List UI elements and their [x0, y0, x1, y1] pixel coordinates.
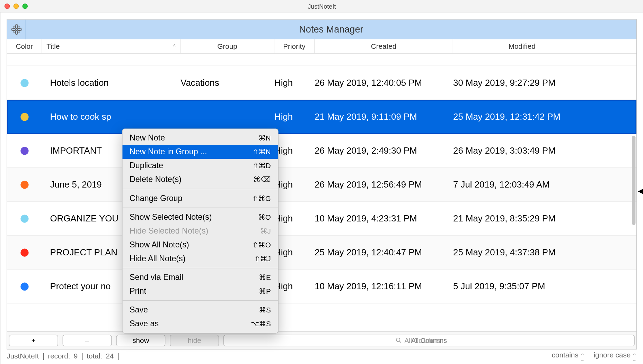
status-app: JustNoteIt: [7, 352, 39, 360]
context-menu-shortcut: ⌘⌫: [253, 175, 271, 184]
status-total-value: 24: [106, 352, 114, 360]
context-menu-shortcut: ⇧⌘G: [252, 194, 271, 203]
context-menu-item[interactable]: Duplicate⇧⌘D: [122, 159, 278, 173]
row-color: [7, 270, 42, 303]
row-created: 10 May 2019, 12:16:11 PM: [315, 270, 453, 303]
context-menu: New Note⌘NNew Note in Group ...⇧⌘NDuplic…: [122, 129, 279, 334]
row-priority: High: [274, 66, 315, 100]
row-color: [7, 66, 42, 100]
show-button[interactable]: show: [116, 335, 165, 346]
context-menu-item[interactable]: Save⌘S: [122, 303, 278, 317]
table-row[interactable]: June 5, 2019High26 May 2019, 12:56:49 PM…: [7, 168, 636, 202]
color-dot-icon: [20, 248, 28, 256]
table-row[interactable]: ORGANIZE YOUHigh10 May 2019, 4:23:31 PM2…: [7, 202, 636, 236]
row-priority: High: [274, 134, 315, 167]
collapse-handle-icon[interactable]: ◀: [638, 185, 643, 196]
status-bar: JustNoteIt| record: 9 | total: 24 | cont…: [7, 351, 637, 362]
context-menu-label: Change Group: [130, 194, 182, 203]
context-menu-item: Hide Selected Note(s)⌘J: [122, 224, 278, 238]
context-menu-label: Save as: [130, 319, 159, 328]
app-icon-button[interactable]: [7, 20, 26, 39]
scrollbar-thumb[interactable]: [632, 136, 635, 225]
context-menu-label: Send via Email: [130, 273, 183, 282]
context-menu-shortcut: ⇧⌘D: [253, 162, 271, 170]
context-menu-item[interactable]: New Note in Group ...⇧⌘N: [122, 145, 278, 159]
row-priority: High: [274, 270, 315, 303]
context-menu-label: New Note in Group ...: [130, 147, 207, 157]
row-modified: 5 Jul 2019, 9:35:07 PM: [453, 270, 591, 303]
color-dot-icon: [20, 113, 28, 121]
row-created: 10 May 2019, 4:23:31 PM: [315, 202, 453, 235]
add-button[interactable]: +: [9, 335, 58, 346]
window-title: JustNoteIt: [0, 2, 643, 10]
context-menu-label: Hide All Note(s): [130, 254, 185, 263]
column-header-color[interactable]: Color: [7, 39, 42, 53]
context-menu-label: Delete Note(s): [130, 175, 182, 184]
status-contains-toggle[interactable]: contains⌃⌄: [552, 351, 585, 361]
context-menu-shortcut: ⌘N: [258, 134, 271, 143]
row-modified: 25 May 2019, 12:31:42 PM: [453, 100, 591, 134]
column-header-group[interactable]: Group: [180, 39, 274, 53]
row-modified: 30 May 2019, 9:27:29 PM: [453, 66, 591, 100]
context-menu-shortcut: ⌘P: [259, 287, 271, 295]
context-menu-label: Save: [130, 305, 148, 315]
hide-button[interactable]: hide: [170, 335, 219, 346]
remove-button[interactable]: –: [63, 335, 112, 346]
row-color: [7, 202, 42, 235]
row-color: [7, 134, 42, 167]
color-dot-icon: [20, 79, 28, 87]
row-created: 21 May 2019, 9:11:09 PM: [315, 100, 453, 134]
row-modified: 25 May 2019, 4:37:38 PM: [453, 236, 591, 269]
status-record-value: 9: [74, 352, 78, 360]
color-dot-icon: [20, 215, 28, 222]
context-menu-label: Duplicate: [130, 161, 163, 171]
context-menu-shortcut: ⇧⌘N: [253, 148, 271, 156]
row-created: 26 May 2019, 12:40:05 PM: [315, 66, 453, 100]
column-header-modified[interactable]: Modified: [453, 39, 591, 53]
context-menu-item[interactable]: Show Selected Note(s)⌘O: [122, 210, 278, 224]
row-priority: High: [274, 202, 315, 235]
table-row[interactable]: How to cook spHigh21 May 2019, 9:11:09 P…: [7, 100, 636, 134]
banner-title: Notes Manager: [26, 24, 636, 35]
context-menu-item[interactable]: New Note⌘N: [122, 131, 278, 145]
column-headers: Color Title ^ Group Priority Created Mod…: [7, 39, 636, 54]
row-color: [7, 236, 42, 269]
filter-row: [7, 54, 636, 66]
context-menu-shortcut: ⌘E: [259, 273, 271, 282]
context-menu-shortcut: ⌘J: [260, 227, 271, 235]
context-menu-item[interactable]: Send via Email⌘E: [122, 271, 278, 284]
context-menu-item[interactable]: Delete Note(s)⌘⌫: [122, 173, 278, 186]
status-ignorecase-toggle[interactable]: ignore case⌃⌄: [593, 351, 637, 361]
svg-point-0: [15, 28, 17, 30]
context-menu-shortcut: ⌘S: [259, 306, 271, 315]
banner: Notes Manager: [7, 20, 636, 39]
column-header-priority[interactable]: Priority: [274, 39, 315, 53]
table-row[interactable]: IMPORTANTHigh26 May 2019, 2:49:30 PM26 M…: [7, 134, 636, 168]
context-menu-label: Print: [130, 286, 146, 296]
search-input[interactable]: [223, 335, 635, 346]
row-modified: 7 Jul 2019, 12:03:49 AM: [453, 168, 591, 201]
table-row[interactable]: PROJECT PLANHigh25 May 2019, 12:40:47 PM…: [7, 236, 636, 270]
context-menu-item[interactable]: Print⌘P: [122, 284, 278, 298]
context-menu-item[interactable]: Save as⌥⌘S: [122, 317, 278, 331]
column-header-title[interactable]: Title ^: [42, 39, 180, 53]
context-menu-shortcut: ⌘O: [258, 213, 271, 221]
row-created: 26 May 2019, 2:49:30 PM: [315, 134, 453, 167]
context-menu-label: Show Selected Note(s): [130, 212, 212, 222]
notes-table: Hotels locationVacationsHigh26 May 2019,…: [7, 66, 636, 331]
context-menu-item[interactable]: Show All Note(s)⇧⌘O: [122, 238, 278, 252]
row-priority: High: [274, 100, 315, 134]
color-dot-icon: [20, 147, 28, 155]
context-menu-item[interactable]: Hide All Note(s)⇧⌘J: [122, 252, 278, 266]
table-row[interactable]: Hotels locationVacationsHigh26 May 2019,…: [7, 66, 636, 100]
table-row[interactable]: Protect your noHigh10 May 2019, 12:16:11…: [7, 270, 636, 303]
row-created: 25 May 2019, 12:40:47 PM: [315, 236, 453, 269]
status-record-label: record:: [48, 352, 70, 360]
sort-asc-icon: ^: [173, 43, 180, 49]
context-menu-item[interactable]: Change Group⇧⌘G: [122, 191, 278, 205]
context-menu-label: Hide Selected Note(s): [130, 226, 208, 236]
context-menu-label: New Note: [130, 134, 165, 143]
column-header-created[interactable]: Created: [315, 39, 453, 53]
color-dot-icon: [20, 181, 28, 189]
context-menu-label: Show All Note(s): [130, 240, 189, 249]
